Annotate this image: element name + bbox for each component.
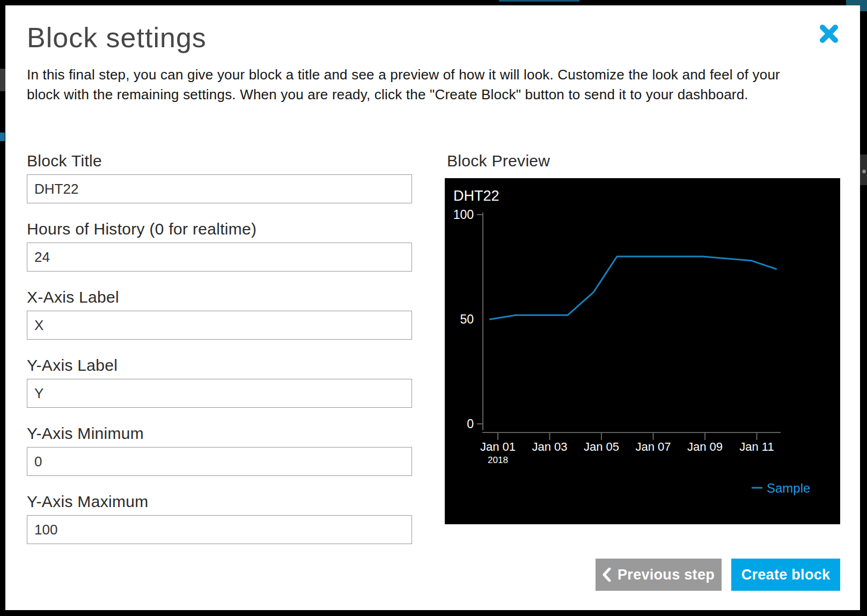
svg-text:DHT22: DHT22 [453, 188, 499, 204]
svg-text:Sample: Sample [767, 481, 810, 495]
svg-text:Jan 09: Jan 09 [687, 440, 723, 453]
x-axis-label-input[interactable] [27, 311, 412, 340]
block-preview-heading: Block Preview [447, 150, 550, 172]
field-label: Y-Axis Maximum [27, 491, 412, 512]
y-axis-minimum-input[interactable] [27, 447, 412, 476]
close-button[interactable] [820, 25, 838, 43]
svg-text:Jan 01: Jan 01 [480, 440, 516, 453]
create-block-label: Create block [741, 567, 831, 583]
svg-text:Jan 03: Jan 03 [532, 440, 567, 453]
field-y-axis-maximum: Y-Axis Maximum [27, 491, 412, 544]
background-artifact [862, 170, 866, 173]
field-hours-of-history: Hours of History (0 for realtime) [27, 218, 412, 272]
field-y-axis-minimum: Y-Axis Minimum [27, 423, 412, 476]
block-preview-chart: DHT22050100Jan 012018Jan 03Jan 05Jan 07J… [445, 178, 840, 524]
field-label: Y-Axis Minimum [27, 423, 412, 444]
background-artifact [499, 0, 579, 2]
svg-text:100: 100 [453, 208, 474, 222]
modal-description: In this final step, you can give your bl… [27, 65, 804, 105]
background-artifact [0, 69, 5, 91]
svg-text:50: 50 [460, 312, 474, 326]
page-title: Block settings [27, 21, 207, 54]
background-artifact [0, 133, 5, 141]
modal-footer: Previous step Create block [596, 559, 840, 591]
field-label: Block Title [27, 150, 412, 172]
field-block-title: Block Title [27, 150, 412, 203]
field-x-axis-label: X-Axis Label [27, 287, 412, 340]
hours-of-history-input[interactable] [27, 243, 412, 272]
svg-text:Jan 11: Jan 11 [739, 440, 774, 453]
field-label: Hours of History (0 for realtime) [27, 218, 412, 240]
field-label: Y-Axis Label [27, 355, 412, 376]
close-icon [820, 25, 838, 43]
settings-form: Block Title Hours of History (0 for real… [27, 150, 412, 559]
y-axis-maximum-input[interactable] [27, 515, 412, 544]
block-settings-modal: Block settings In this final step, you c… [5, 5, 860, 610]
chevron-left-icon [603, 568, 611, 582]
svg-text:2018: 2018 [488, 455, 508, 465]
field-label: X-Axis Label [27, 287, 412, 308]
create-block-button[interactable]: Create block [731, 559, 840, 591]
previous-step-button[interactable]: Previous step [596, 559, 722, 591]
field-y-axis-label: Y-Axis Label [27, 355, 412, 408]
svg-text:Jan 07: Jan 07 [635, 440, 671, 453]
previous-step-label: Previous step [618, 567, 715, 583]
block-title-input[interactable] [27, 174, 412, 203]
y-axis-label-input[interactable] [27, 379, 412, 408]
svg-text:Jan 05: Jan 05 [584, 440, 619, 453]
svg-text:0: 0 [467, 417, 474, 431]
